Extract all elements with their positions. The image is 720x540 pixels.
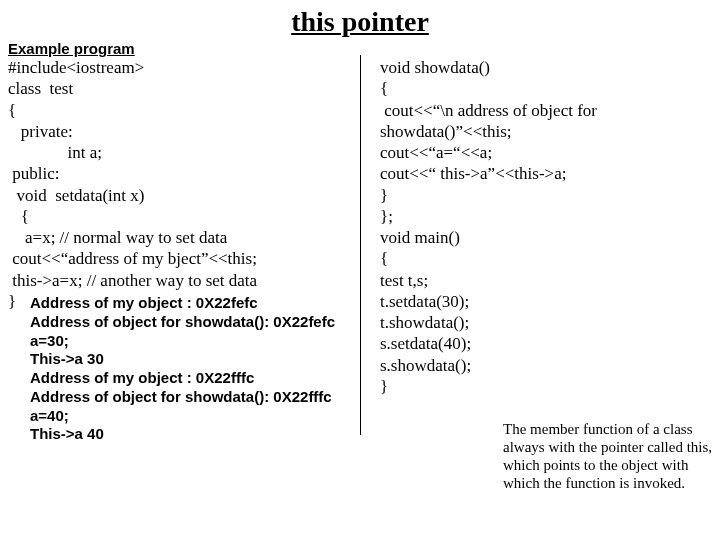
content-columns: #include<iostream> class test { private:… <box>0 57 720 444</box>
right-code-block: void showdata() { cout<<“\n address of o… <box>380 57 720 397</box>
right-column: void showdata() { cout<<“\n address of o… <box>360 57 720 444</box>
left-column: #include<iostream> class test { private:… <box>0 57 360 444</box>
left-code-block: #include<iostream> class test { private:… <box>8 57 360 312</box>
slide-title: this pointer <box>0 0 720 40</box>
program-output: Address of my object : 0X22fefc Address … <box>8 294 360 444</box>
explanatory-note: The member function of a class always wi… <box>503 420 715 492</box>
